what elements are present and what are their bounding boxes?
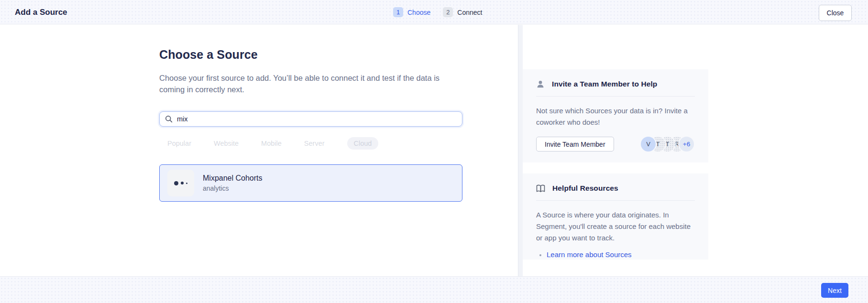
tab-popular[interactable]: Popular	[167, 140, 191, 147]
team-avatars: V T T R +6	[641, 137, 694, 152]
person-icon	[536, 80, 545, 88]
resources-panel-header: Helpful Resources	[536, 184, 695, 193]
tab-mobile[interactable]: Mobile	[261, 140, 282, 147]
invite-panel-rule	[536, 96, 695, 97]
choose-source-section: Choose a Source Choose your first source…	[159, 25, 462, 202]
modal-header: Add a Source 1 Choose 2 Connect Close	[0, 0, 868, 24]
invite-panel-title: Invite a Team Member to Help	[552, 80, 657, 88]
step-choose[interactable]: 1 Choose	[393, 7, 430, 17]
page-title: Add a Source	[15, 8, 67, 17]
step-choose-number: 1	[393, 7, 403, 17]
tab-website[interactable]: Website	[214, 140, 239, 147]
modal-footer: Next	[0, 276, 868, 303]
avatar[interactable]: V	[641, 137, 656, 152]
step-connect-number: 2	[443, 7, 453, 17]
source-card-text: Mixpanel Cohorts analytics	[203, 174, 263, 192]
source-name: Mixpanel Cohorts	[203, 174, 263, 183]
source-category: analytics	[203, 184, 263, 192]
tab-cloud[interactable]: Cloud	[347, 137, 379, 150]
avatar-overflow-count[interactable]: +6	[679, 137, 694, 152]
resources-panel-body: A Source is where your data originates. …	[536, 209, 699, 244]
invite-panel: Invite a Team Member to Help Not sure wh…	[523, 69, 708, 162]
resources-panel-rule	[536, 200, 695, 201]
resources-link-item: Learn more about Sources	[547, 250, 695, 259]
learn-more-sources-link[interactable]: Learn more about Sources	[547, 250, 632, 259]
search-icon	[165, 115, 173, 123]
book-icon	[536, 184, 545, 193]
invite-panel-header: Invite a Team Member to Help	[536, 80, 695, 88]
resources-panel-title: Helpful Resources	[552, 184, 618, 193]
step-connect-label: Connect	[457, 9, 482, 16]
invite-team-member-button[interactable]: Invite Team Member	[536, 137, 614, 152]
resources-panel: Helpful Resources A Source is where your…	[523, 173, 708, 260]
invite-panel-body: Not sure which Sources your data is in? …	[536, 105, 699, 128]
mixpanel-logo-icon	[167, 170, 194, 196]
close-button[interactable]: Close	[819, 5, 852, 21]
main-heading: Choose a Source	[159, 48, 462, 62]
modal-body: Choose a Source Choose your first source…	[0, 25, 868, 276]
sidebar: Invite a Team Member to Help Not sure wh…	[523, 25, 708, 276]
search-box[interactable]	[159, 111, 462, 127]
invite-row: Invite Team Member V T T R +6	[536, 137, 695, 152]
sidebar-divider	[518, 25, 523, 276]
step-connect[interactable]: 2 Connect	[443, 7, 482, 17]
step-choose-label: Choose	[407, 9, 430, 16]
tab-server[interactable]: Server	[304, 140, 325, 147]
source-card-mixpanel-cohorts[interactable]: Mixpanel Cohorts analytics	[159, 164, 462, 202]
category-tabs: Popular Website Mobile Server Cloud	[167, 137, 462, 150]
search-input[interactable]	[177, 115, 457, 123]
stepper: 1 Choose 2 Connect	[393, 0, 482, 24]
resources-links: Learn more about Sources	[536, 250, 695, 259]
main-description: Choose your first source to add. You’ll …	[159, 72, 441, 95]
next-button[interactable]: Next	[821, 283, 848, 298]
